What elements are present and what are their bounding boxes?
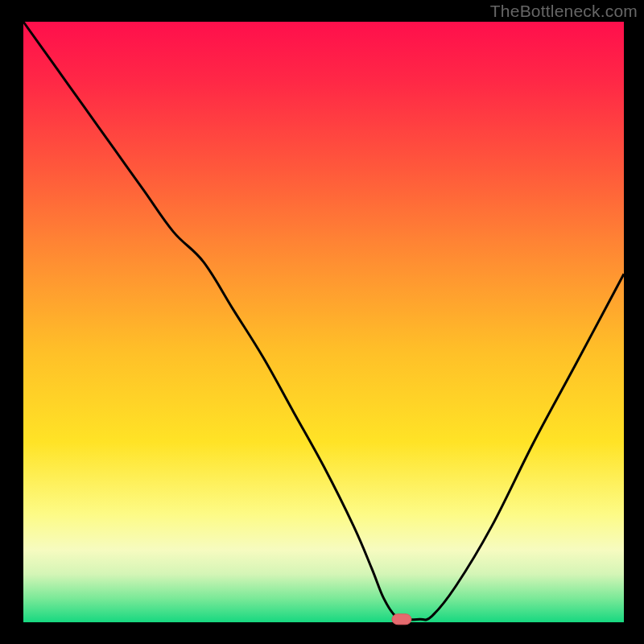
plot-area bbox=[23, 22, 624, 622]
chart-svg bbox=[0, 0, 644, 644]
watermark-label: TheBottleneck.com bbox=[490, 2, 638, 21]
chart-container: TheBottleneck.com bbox=[0, 0, 644, 644]
optimal-marker bbox=[392, 614, 411, 625]
